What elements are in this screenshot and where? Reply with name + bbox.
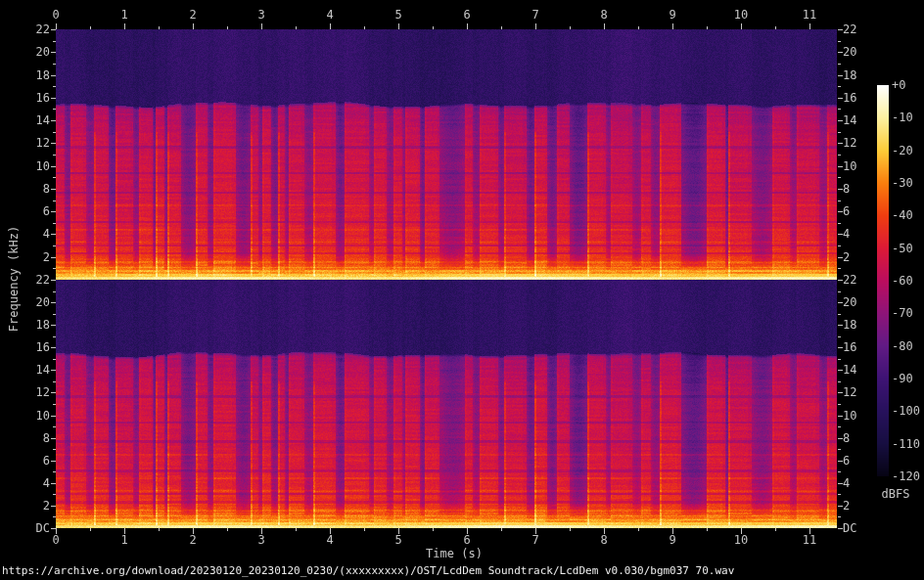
freq-tick-label-right: 6 bbox=[843, 204, 875, 218]
freq-tick-label-right: 18 bbox=[843, 318, 875, 332]
time-tick-label-bottom: 3 bbox=[247, 533, 276, 547]
time-tick-label-top: 3 bbox=[247, 8, 276, 22]
colorbar-tick-label: +0 bbox=[892, 78, 924, 92]
colorbar-tick-label: -70 bbox=[892, 306, 924, 320]
time-tick-label-top: 7 bbox=[521, 8, 550, 22]
time-tick-label-top: 6 bbox=[452, 8, 482, 22]
colorbar-tick-label: -40 bbox=[892, 208, 924, 222]
freq-tick-label-left: 18 bbox=[18, 318, 50, 332]
freq-dc-label-right: DC bbox=[843, 521, 875, 535]
freq-tick-label-left: 20 bbox=[18, 295, 50, 309]
freq-tick-label-left: 8 bbox=[18, 431, 50, 445]
colorbar-tick-label: -90 bbox=[892, 372, 924, 385]
freq-tick-label-left: 20 bbox=[18, 45, 50, 59]
time-tick-label-bottom: 0 bbox=[41, 533, 70, 547]
time-tick-label-bottom: 6 bbox=[452, 533, 482, 547]
freq-tick-label-right: 14 bbox=[843, 113, 875, 127]
time-tick-label-top: 8 bbox=[589, 8, 619, 22]
freq-tick-label-left: 10 bbox=[18, 159, 50, 173]
colorbar-tick-label: -80 bbox=[892, 339, 924, 353]
freq-tick-label-left: 2 bbox=[18, 499, 50, 513]
freq-tick-label-left: 10 bbox=[18, 409, 50, 423]
colorbar-tick-label: -10 bbox=[892, 111, 924, 124]
colorbar-tick-label: -120 bbox=[892, 469, 924, 483]
time-tick-label-top: 9 bbox=[658, 8, 687, 22]
freq-tick-label-right: 4 bbox=[843, 227, 875, 241]
time-tick-label-top: 10 bbox=[726, 8, 756, 22]
time-tick-label-bottom: 5 bbox=[384, 533, 413, 547]
freq-tick-label-left: 14 bbox=[18, 113, 50, 127]
time-tick-label-top: 4 bbox=[315, 8, 345, 22]
colorbar-tick-label: -60 bbox=[892, 274, 924, 288]
time-tick-label-top: 0 bbox=[41, 8, 70, 22]
freq-tick-label-right: 2 bbox=[843, 250, 875, 264]
colorbar-unit-label: dBFS bbox=[876, 487, 915, 501]
time-tick-label-bottom: 1 bbox=[110, 533, 139, 547]
freq-tick-label-left: 6 bbox=[18, 204, 50, 218]
freq-tick-label-left: 4 bbox=[18, 227, 50, 241]
time-tick-label-bottom: 4 bbox=[315, 533, 345, 547]
freq-tick-label-right: 12 bbox=[843, 136, 875, 150]
freq-tick-label-right: 12 bbox=[843, 385, 875, 399]
time-tick-label-bottom: 7 bbox=[521, 533, 550, 547]
freq-tick-label-left: 22 bbox=[18, 22, 50, 36]
freq-tick-label-left: 2 bbox=[18, 250, 50, 264]
time-tick-label-bottom: 2 bbox=[178, 533, 208, 547]
time-tick-label-bottom: 9 bbox=[658, 533, 687, 547]
freq-tick-label-right: 6 bbox=[843, 454, 875, 468]
colorbar-tick-label: -30 bbox=[892, 176, 924, 190]
freq-tick-label-right: 20 bbox=[843, 45, 875, 59]
freq-dc-label-left: DC bbox=[18, 521, 50, 535]
freq-tick-label-left: 16 bbox=[18, 340, 50, 354]
freq-tick-label-left: 18 bbox=[18, 68, 50, 82]
freq-tick-label-right: 16 bbox=[843, 91, 875, 105]
time-tick-label-top: 1 bbox=[110, 8, 139, 22]
freq-tick-label-left: 6 bbox=[18, 454, 50, 468]
freq-tick-label-right: 2 bbox=[843, 499, 875, 513]
time-tick-label-top: 2 bbox=[178, 8, 208, 22]
colorbar-tick-label: -50 bbox=[892, 242, 924, 255]
time-tick-label-bottom: 8 bbox=[589, 533, 619, 547]
freq-tick-label-right: 16 bbox=[843, 340, 875, 354]
freq-tick-label-right: 20 bbox=[843, 295, 875, 309]
colorbar-tick-label: -20 bbox=[892, 144, 924, 157]
freq-tick-label-right: 4 bbox=[843, 476, 875, 490]
time-tick-label-top: 11 bbox=[795, 8, 824, 22]
spectrogram-canvas bbox=[0, 0, 924, 580]
freq-tick-label-right: 22 bbox=[843, 273, 875, 287]
freq-tick-label-right: 8 bbox=[843, 182, 875, 196]
freq-tick-label-left: 14 bbox=[18, 363, 50, 377]
freq-tick-label-left: 22 bbox=[18, 273, 50, 287]
time-tick-label-bottom: 10 bbox=[726, 533, 756, 547]
freq-tick-label-right: 8 bbox=[843, 431, 875, 445]
time-tick-label-bottom: 11 bbox=[795, 533, 824, 547]
freq-tick-label-left: 16 bbox=[18, 91, 50, 105]
freq-tick-label-right: 22 bbox=[843, 22, 875, 36]
spek-spectrogram-window: Frequency (kHz) Time (s) 01234567891011 … bbox=[0, 0, 924, 580]
time-axis-label: Time (s) bbox=[395, 547, 513, 560]
freq-tick-label-left: 8 bbox=[18, 182, 50, 196]
freq-tick-label-left: 4 bbox=[18, 476, 50, 490]
freq-tick-label-right: 18 bbox=[843, 68, 875, 82]
colorbar-tick-label: -100 bbox=[892, 404, 924, 418]
freq-tick-label-right: 10 bbox=[843, 409, 875, 423]
freq-tick-label-right: 14 bbox=[843, 363, 875, 377]
freq-tick-label-left: 12 bbox=[18, 385, 50, 399]
freq-tick-label-right: 10 bbox=[843, 159, 875, 173]
colorbar-tick-label: -110 bbox=[892, 437, 924, 451]
url-text: https://archive.org/download/20230120_20… bbox=[2, 564, 734, 578]
time-tick-label-top: 5 bbox=[384, 8, 413, 22]
freq-tick-label-left: 12 bbox=[18, 136, 50, 150]
